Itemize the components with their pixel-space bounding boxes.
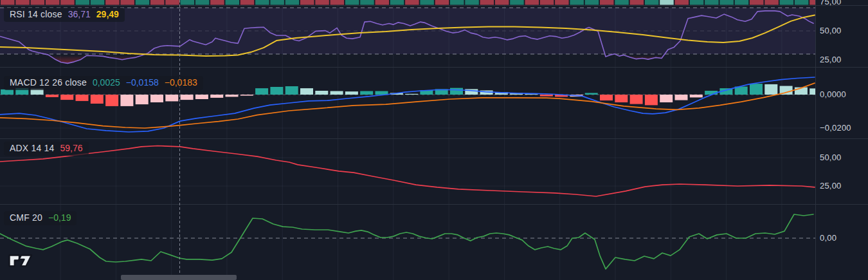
axis-price-label: −0,0200 — [820, 124, 851, 133]
indicator-legend-rsi[interactable]: RSI 14 close 36,7129,49 — [4, 8, 125, 22]
cmf-line — [0, 214, 813, 269]
axis-price-label: 75,00 — [820, 0, 842, 6]
indicator-values: 36,7129,49 — [68, 9, 119, 20]
indicator-legend-adx[interactable]: ADX 14 14 59,76 — [4, 142, 89, 156]
axis-price-label: 25,00 — [820, 182, 842, 191]
indicator-value: −0,19 — [48, 212, 71, 223]
rsi-oversold-fill — [45, 54, 665, 63]
indicator-values: −0,19 — [48, 212, 71, 223]
indicator-value: 29,49 — [96, 9, 119, 20]
axis-price-label: 0,00 — [820, 234, 836, 243]
indicator-title: RSI 14 close — [10, 9, 62, 20]
axis-price-label: 0,0000 — [820, 90, 846, 99]
axis-price-label: 25,00 — [820, 55, 842, 64]
pane-separator-handle[interactable] — [121, 275, 237, 280]
indicator-title: CMF 20 — [10, 212, 42, 223]
tradingview-logo[interactable] — [8, 249, 33, 270]
price-candle-strip — [1, 0, 824, 5]
indicator-title: ADX 14 14 — [10, 143, 55, 154]
axis-price-label: 50,00 — [820, 153, 842, 162]
indicator-chart[interactable] — [0, 0, 868, 280]
indicator-value: −0,0158 — [126, 77, 159, 88]
indicator-legend-macd[interactable]: MACD 12 26 close 0,0025−0,0158−0,0183 — [4, 76, 203, 90]
adx-line — [0, 146, 815, 197]
indicator-title: MACD 12 26 close — [10, 77, 87, 88]
indicator-value: 36,71 — [68, 9, 91, 20]
indicator-legend-cmf[interactable]: CMF 20 −0,19 — [4, 211, 77, 225]
indicator-value: 59,76 — [60, 143, 83, 154]
indicator-value: 0,0025 — [93, 77, 120, 88]
indicator-values: 0,0025−0,0158−0,0183 — [93, 77, 197, 88]
indicator-values: 59,76 — [60, 143, 83, 154]
axis-price-label: 50,00 — [820, 26, 842, 35]
indicator-value: −0,0183 — [165, 77, 197, 88]
